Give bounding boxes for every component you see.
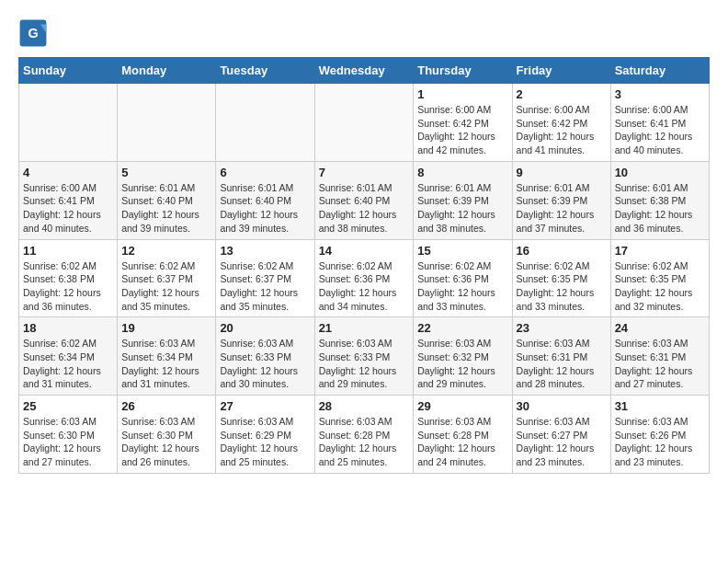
calendar-cell: 10Sunrise: 6:01 AM Sunset: 6:38 PM Dayli… <box>610 161 709 239</box>
day-number: 28 <box>319 399 410 413</box>
calendar-cell: 30Sunrise: 6:03 AM Sunset: 6:27 PM Dayli… <box>512 396 610 474</box>
calendar-cell: 18Sunrise: 6:02 AM Sunset: 6:34 PM Dayli… <box>19 317 118 396</box>
calendar-cell: 7Sunrise: 6:01 AM Sunset: 6:40 PM Daylig… <box>314 161 414 239</box>
week-row-5: 25Sunrise: 6:03 AM Sunset: 6:30 PM Dayli… <box>19 396 710 474</box>
day-number: 5 <box>121 166 211 179</box>
day-info: Sunrise: 6:03 AM Sunset: 6:31 PM Dayligh… <box>615 337 705 391</box>
calendar-cell: 21Sunrise: 6:03 AM Sunset: 6:33 PM Dayli… <box>314 317 414 396</box>
day-number: 1 <box>417 87 507 101</box>
day-info: Sunrise: 6:03 AM Sunset: 6:27 PM Dayligh… <box>517 415 607 469</box>
weekday-header-row: SundayMondayTuesdayWednesdayThursdayFrid… <box>19 58 710 84</box>
day-number: 25 <box>23 399 113 413</box>
day-number: 19 <box>121 321 211 335</box>
calendar-cell: 22Sunrise: 6:03 AM Sunset: 6:32 PM Dayli… <box>414 317 512 396</box>
day-info: Sunrise: 6:02 AM Sunset: 6:36 PM Dayligh… <box>417 259 507 314</box>
day-info: Sunrise: 6:03 AM Sunset: 6:30 PM Dayligh… <box>23 415 113 469</box>
weekday-header-monday: Monday <box>118 58 216 84</box>
calendar-cell: 27Sunrise: 6:03 AM Sunset: 6:29 PM Dayli… <box>216 396 314 474</box>
day-info: Sunrise: 6:01 AM Sunset: 6:38 PM Dayligh… <box>615 181 705 236</box>
day-info: Sunrise: 6:02 AM Sunset: 6:37 PM Dayligh… <box>121 259 211 314</box>
page-header: G <box>18 18 710 48</box>
day-number: 18 <box>23 321 113 335</box>
calendar-cell <box>19 84 118 162</box>
day-info: Sunrise: 6:02 AM Sunset: 6:35 PM Dayligh… <box>615 259 705 314</box>
week-row-2: 4Sunrise: 6:00 AM Sunset: 6:41 PM Daylig… <box>19 161 710 239</box>
day-info: Sunrise: 6:01 AM Sunset: 6:40 PM Dayligh… <box>121 181 211 236</box>
day-number: 8 <box>417 166 507 179</box>
day-number: 17 <box>615 244 705 258</box>
day-info: Sunrise: 6:02 AM Sunset: 6:37 PM Dayligh… <box>220 259 310 314</box>
day-info: Sunrise: 6:03 AM Sunset: 6:26 PM Dayligh… <box>615 415 705 469</box>
calendar-cell: 6Sunrise: 6:01 AM Sunset: 6:40 PM Daylig… <box>216 161 314 239</box>
day-info: Sunrise: 6:00 AM Sunset: 6:41 PM Dayligh… <box>23 181 113 236</box>
day-number: 11 <box>23 244 113 258</box>
logo-icon: G <box>18 18 48 48</box>
day-number: 30 <box>517 399 607 413</box>
day-number: 6 <box>220 166 310 179</box>
day-info: Sunrise: 6:00 AM Sunset: 6:42 PM Dayligh… <box>417 103 507 157</box>
day-info: Sunrise: 6:01 AM Sunset: 6:39 PM Dayligh… <box>417 181 507 236</box>
day-info: Sunrise: 6:03 AM Sunset: 6:30 PM Dayligh… <box>121 415 211 469</box>
calendar-cell: 17Sunrise: 6:02 AM Sunset: 6:35 PM Dayli… <box>610 239 709 317</box>
calendar-cell: 31Sunrise: 6:03 AM Sunset: 6:26 PM Dayli… <box>610 396 709 474</box>
day-info: Sunrise: 6:02 AM Sunset: 6:38 PM Dayligh… <box>23 259 113 314</box>
weekday-header-tuesday: Tuesday <box>216 58 314 84</box>
day-number: 10 <box>615 166 705 179</box>
day-number: 14 <box>319 244 410 258</box>
day-number: 26 <box>121 399 211 413</box>
calendar-cell <box>118 84 216 162</box>
day-info: Sunrise: 6:03 AM Sunset: 6:28 PM Dayligh… <box>417 415 507 469</box>
weekday-header-saturday: Saturday <box>610 58 709 84</box>
calendar-cell: 25Sunrise: 6:03 AM Sunset: 6:30 PM Dayli… <box>19 396 118 474</box>
day-number: 29 <box>417 399 507 413</box>
calendar-cell: 3Sunrise: 6:00 AM Sunset: 6:41 PM Daylig… <box>610 84 709 162</box>
calendar-cell: 16Sunrise: 6:02 AM Sunset: 6:35 PM Dayli… <box>512 239 610 317</box>
day-info: Sunrise: 6:03 AM Sunset: 6:32 PM Dayligh… <box>417 337 507 391</box>
day-number: 20 <box>220 321 310 335</box>
calendar-cell: 1Sunrise: 6:00 AM Sunset: 6:42 PM Daylig… <box>414 84 512 162</box>
calendar-cell: 2Sunrise: 6:00 AM Sunset: 6:42 PM Daylig… <box>512 84 610 162</box>
week-row-4: 18Sunrise: 6:02 AM Sunset: 6:34 PM Dayli… <box>19 317 710 396</box>
calendar-cell: 23Sunrise: 6:03 AM Sunset: 6:31 PM Dayli… <box>512 317 610 396</box>
day-number: 22 <box>417 321 507 335</box>
calendar-cell: 11Sunrise: 6:02 AM Sunset: 6:38 PM Dayli… <box>19 239 118 317</box>
day-number: 15 <box>417 244 507 258</box>
day-info: Sunrise: 6:02 AM Sunset: 6:36 PM Dayligh… <box>319 259 410 314</box>
day-info: Sunrise: 6:03 AM Sunset: 6:34 PM Dayligh… <box>121 337 211 391</box>
calendar-cell: 9Sunrise: 6:01 AM Sunset: 6:39 PM Daylig… <box>512 161 610 239</box>
day-number: 24 <box>615 321 705 335</box>
day-number: 16 <box>517 244 607 258</box>
calendar-cell: 15Sunrise: 6:02 AM Sunset: 6:36 PM Dayli… <box>414 239 512 317</box>
day-info: Sunrise: 6:03 AM Sunset: 6:33 PM Dayligh… <box>220 337 310 391</box>
calendar-cell: 12Sunrise: 6:02 AM Sunset: 6:37 PM Dayli… <box>118 239 216 317</box>
day-info: Sunrise: 6:00 AM Sunset: 6:41 PM Dayligh… <box>615 103 705 157</box>
day-number: 2 <box>517 87 607 101</box>
day-info: Sunrise: 6:00 AM Sunset: 6:42 PM Dayligh… <box>517 103 607 157</box>
day-info: Sunrise: 6:03 AM Sunset: 6:31 PM Dayligh… <box>517 337 607 391</box>
day-number: 9 <box>517 166 607 179</box>
week-row-3: 11Sunrise: 6:02 AM Sunset: 6:38 PM Dayli… <box>19 239 710 317</box>
day-info: Sunrise: 6:01 AM Sunset: 6:40 PM Dayligh… <box>220 181 310 236</box>
calendar-table: SundayMondayTuesdayWednesdayThursdayFrid… <box>18 57 710 474</box>
weekday-header-thursday: Thursday <box>414 58 512 84</box>
calendar-cell <box>314 84 414 162</box>
weekday-header-wednesday: Wednesday <box>314 58 414 84</box>
day-number: 13 <box>220 244 310 258</box>
calendar-cell <box>216 84 314 162</box>
week-row-1: 1Sunrise: 6:00 AM Sunset: 6:42 PM Daylig… <box>19 84 710 162</box>
day-info: Sunrise: 6:03 AM Sunset: 6:29 PM Dayligh… <box>220 415 310 469</box>
day-info: Sunrise: 6:03 AM Sunset: 6:33 PM Dayligh… <box>319 337 410 391</box>
day-number: 21 <box>319 321 410 335</box>
day-info: Sunrise: 6:03 AM Sunset: 6:28 PM Dayligh… <box>319 415 410 469</box>
calendar-cell: 26Sunrise: 6:03 AM Sunset: 6:30 PM Dayli… <box>118 396 216 474</box>
calendar-cell: 20Sunrise: 6:03 AM Sunset: 6:33 PM Dayli… <box>216 317 314 396</box>
weekday-header-sunday: Sunday <box>19 58 118 84</box>
logo: G <box>18 18 51 48</box>
day-number: 23 <box>517 321 607 335</box>
day-number: 12 <box>121 244 211 258</box>
day-number: 31 <box>615 399 705 413</box>
day-number: 4 <box>23 166 113 179</box>
day-number: 7 <box>319 166 410 179</box>
day-info: Sunrise: 6:02 AM Sunset: 6:35 PM Dayligh… <box>517 259 607 314</box>
weekday-header-friday: Friday <box>512 58 610 84</box>
